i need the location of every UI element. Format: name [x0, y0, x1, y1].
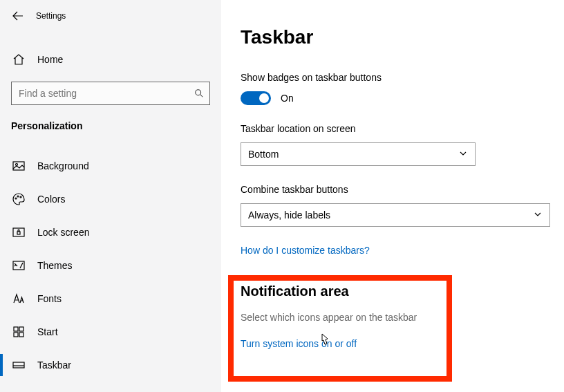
- taskbar-icon: [12, 359, 25, 371]
- category-title: Personalization: [0, 105, 221, 140]
- nav-label: Background: [37, 160, 89, 171]
- badges-label: Show badges on taskbar buttons: [241, 72, 564, 83]
- system-icons-link[interactable]: Turn system icons on or off: [241, 338, 357, 349]
- nav-taskbar[interactable]: Taskbar: [0, 348, 221, 382]
- select-icons-link[interactable]: Select which icons appear on the taskbar: [241, 312, 417, 323]
- nav-label: Lock screen: [37, 227, 89, 238]
- svg-point-3: [15, 198, 17, 199]
- combine-buttons-label: Combine taskbar buttons: [241, 184, 564, 195]
- taskbar-location-label: Taskbar location on screen: [241, 123, 564, 134]
- dropdown-value: Always, hide labels: [248, 209, 330, 221]
- svg-rect-9: [14, 327, 18, 331]
- palette-icon: [12, 193, 25, 205]
- notification-area-heading: Notification area: [241, 283, 564, 299]
- page-title: Taskbar: [241, 26, 564, 48]
- nav-label: Fonts: [37, 293, 62, 304]
- nav-themes[interactable]: Themes: [0, 249, 221, 282]
- nav-lock-screen[interactable]: Lock screen: [0, 216, 221, 249]
- combine-buttons-dropdown[interactable]: Always, hide labels: [241, 203, 550, 227]
- title-bar: Settings: [0, 0, 221, 32]
- themes-icon: [12, 259, 25, 272]
- nav-label: Start: [37, 326, 58, 337]
- svg-rect-7: [17, 232, 20, 234]
- nav-background[interactable]: Background: [0, 149, 221, 183]
- home-label: Home: [37, 54, 63, 65]
- start-icon: [12, 326, 25, 338]
- nav-list: Background Colors Lock screen: [0, 149, 221, 382]
- nav-start[interactable]: Start: [0, 315, 221, 348]
- svg-rect-11: [14, 333, 18, 337]
- nav-label: Colors: [37, 194, 65, 205]
- home-icon: [12, 53, 25, 66]
- nav-label: Taskbar: [37, 360, 71, 371]
- badges-toggle[interactable]: [241, 91, 271, 105]
- svg-point-2: [16, 164, 18, 166]
- search-input[interactable]: [12, 88, 189, 99]
- customize-taskbars-link[interactable]: How do I customize taskbars?: [241, 245, 370, 256]
- svg-point-5: [20, 196, 21, 198]
- svg-rect-13: [13, 362, 24, 368]
- image-icon: [12, 160, 25, 172]
- nav-colors[interactable]: Colors: [0, 183, 221, 216]
- window-title: Settings: [36, 11, 66, 21]
- svg-point-0: [196, 90, 201, 95]
- nav-label: Themes: [37, 260, 73, 271]
- svg-rect-12: [19, 333, 24, 337]
- svg-point-4: [17, 196, 19, 197]
- dropdown-value: Bottom: [248, 149, 279, 160]
- lock-screen-icon: [12, 226, 25, 239]
- back-button[interactable]: [12, 10, 24, 21]
- sidebar: Settings Home Personalization: [0, 0, 221, 392]
- home-nav[interactable]: Home: [0, 46, 221, 73]
- chevron-down-icon: [533, 209, 543, 221]
- main-pane: Taskbar Show badges on taskbar buttons O…: [221, 0, 564, 392]
- taskbar-location-dropdown[interactable]: Bottom: [241, 142, 476, 166]
- chevron-down-icon: [458, 149, 468, 160]
- search-box[interactable]: [11, 82, 210, 105]
- svg-rect-10: [19, 327, 24, 331]
- search-icon: [189, 88, 209, 98]
- nav-fonts[interactable]: Fonts: [0, 282, 221, 315]
- fonts-icon: [12, 292, 25, 305]
- badges-state: On: [281, 93, 294, 104]
